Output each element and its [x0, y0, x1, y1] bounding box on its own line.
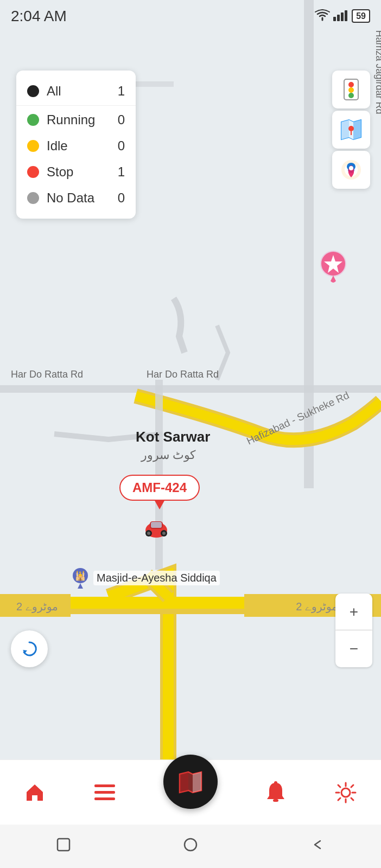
locate-tool-btn[interactable]: [332, 151, 370, 189]
motorway-label-right: موٹروے 2: [296, 600, 338, 613]
filter-nodata-count: 0: [118, 190, 125, 206]
nav-map-center[interactable]: [163, 755, 218, 809]
filter-idle-count: 0: [118, 138, 125, 154]
masjid-label: Masjid-e-Ayesha Siddiqa: [93, 571, 220, 585]
svg-point-22: [162, 532, 166, 535]
zoom-in-btn[interactable]: +: [335, 593, 372, 630]
filter-nodata[interactable]: No Data 0: [16, 185, 136, 211]
map-tool-btn[interactable]: [332, 111, 370, 149]
svg-rect-26: [345, 10, 347, 21]
zoom-controls: + −: [335, 593, 372, 667]
svg-point-53: [341, 788, 350, 797]
filter-nodata-dot: [27, 192, 39, 204]
svg-marker-48: [180, 772, 188, 793]
zoom-out-btn[interactable]: −: [335, 630, 372, 667]
svg-point-52: [274, 781, 277, 784]
svg-marker-50: [193, 772, 201, 793]
android-square-btn[interactable]: [55, 837, 72, 857]
svg-point-42: [349, 166, 353, 170]
nav-home[interactable]: [23, 781, 46, 804]
status-time: 2:04 AM: [11, 8, 67, 25]
location-name: Kot Sarwar: [136, 429, 210, 445]
svg-rect-54: [58, 839, 69, 851]
nav-bell[interactable]: [265, 781, 287, 805]
svg-rect-2: [0, 385, 381, 393]
svg-rect-46: [94, 797, 115, 800]
road-label-har-do-ratta-right: Har Do Ratta Rd: [147, 369, 219, 380]
filter-running-dot: [27, 114, 39, 126]
svg-rect-23: [333, 17, 336, 21]
nav-list[interactable]: [93, 782, 116, 803]
svg-point-21: [147, 532, 150, 535]
bottom-nav: [0, 760, 381, 825]
svg-point-28: [348, 82, 354, 87]
location-name-arabic: کوٹ سرور: [141, 448, 195, 462]
road-label-hamza: Hamza Jagirdar Rd: [373, 30, 382, 114]
svg-point-55: [185, 839, 196, 851]
masjid-pin: 🕌 Masjid-e-Ayesha Siddiqa: [71, 567, 220, 589]
battery-icon: 59: [352, 11, 370, 21]
svg-rect-45: [94, 791, 115, 794]
status-icons: 59: [315, 9, 370, 23]
vehicle-label[interactable]: AMF-424: [119, 475, 200, 501]
filter-idle-dot: [27, 140, 39, 152]
status-bar: 2:04 AM 59: [0, 0, 381, 33]
road-label-har-do-ratta-left: Har Do Ratta Rd: [11, 369, 83, 380]
filter-stop-dot: [27, 166, 39, 178]
right-tools: [332, 71, 370, 189]
filter-idle[interactable]: Idle 0: [16, 133, 136, 159]
filter-stop-label: Stop: [47, 164, 118, 180]
filter-stop-count: 1: [118, 164, 125, 180]
filter-all-count: 1: [118, 84, 125, 99]
filter-all-label: All: [47, 84, 118, 99]
android-nav-bar: [0, 825, 381, 868]
signal-icon: [333, 9, 348, 23]
svg-rect-51: [273, 799, 278, 802]
motorway-label-left: موٹروے 2: [16, 600, 58, 613]
svg-rect-18: [151, 522, 162, 528]
nav-settings[interactable]: [334, 781, 358, 805]
svg-point-29: [348, 87, 354, 93]
traffic-tool-btn[interactable]: [332, 71, 370, 108]
filter-running-count: 0: [118, 112, 125, 127]
wifi-icon: [315, 9, 330, 23]
svg-rect-24: [337, 15, 340, 21]
filter-running-label: Running: [47, 112, 118, 127]
filter-nodata-label: No Data: [47, 190, 118, 206]
svg-point-30: [348, 93, 354, 98]
filter-all-dot: [27, 85, 39, 97]
vehicle-icon: [140, 513, 173, 545]
svg-rect-44: [94, 784, 115, 787]
svg-marker-35: [353, 120, 361, 139]
svg-point-36: [348, 126, 354, 131]
filter-idle-label: Idle: [47, 138, 118, 154]
filter-stop[interactable]: Stop 1: [16, 159, 136, 185]
android-back-btn[interactable]: [309, 837, 326, 857]
filter-panel: All 1 Running 0 Idle 0 Stop 1 No Data 0: [16, 71, 136, 219]
filter-divider-1: [16, 105, 136, 106]
svg-rect-25: [341, 12, 344, 21]
svg-marker-33: [341, 120, 349, 139]
filter-all[interactable]: All 1: [16, 78, 136, 104]
refresh-btn[interactable]: [11, 630, 48, 667]
svg-marker-49: [188, 772, 193, 793]
filter-running[interactable]: Running 0: [16, 107, 136, 133]
android-home-btn[interactable]: [182, 837, 199, 857]
svg-text:🕌: 🕌: [75, 571, 86, 581]
star-pin: [319, 250, 348, 291]
